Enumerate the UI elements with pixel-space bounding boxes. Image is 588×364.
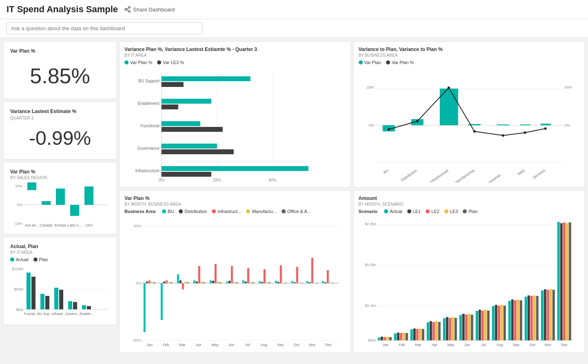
svg-rect-55 (162, 166, 308, 171)
svg-rect-136 (280, 265, 282, 283)
svg-rect-221 (530, 296, 533, 340)
svg-rect-94 (144, 283, 146, 332)
share-label: Share Dashboard (133, 7, 175, 13)
svg-rect-204 (475, 311, 478, 340)
svg-point-2 (125, 9, 126, 10)
svg-rect-144 (306, 281, 308, 283)
svg-text:Aus an...: Aus an... (24, 223, 39, 227)
svg-rect-223 (536, 296, 538, 340)
svg-rect-24 (27, 273, 31, 309)
actual-plan-card: Actual, Plan BY IT AREA Actual Plan $100… (3, 237, 117, 325)
plan-dot (33, 257, 38, 262)
mid-top-title: Variance Plan %, Variance Lastest Estiam… (124, 47, 346, 52)
svg-text:0%: 0% (564, 123, 570, 127)
svg-text:0M: 0M (368, 123, 374, 127)
right-top-subtitle: BY BUSINESS AREA (359, 53, 580, 58)
qa-bar (0, 19, 588, 38)
svg-rect-193 (438, 322, 440, 340)
svg-rect-103 (171, 282, 173, 283)
svg-text:Manufacturing: Manufacturing (453, 168, 475, 182)
svg-rect-195 (446, 317, 448, 340)
svg-rect-175 (380, 337, 383, 340)
svg-rect-121 (231, 266, 233, 283)
right-bot-subtitle: BY MONTH, SCENARIO (359, 202, 580, 206)
svg-rect-123 (236, 282, 238, 283)
svg-text:Feb: Feb (163, 343, 169, 347)
svg-text:20M: 20M (366, 85, 374, 89)
actual-sc-dot (384, 209, 388, 213)
svg-text:Europe: Europe (54, 223, 66, 227)
svg-text:0%: 0% (17, 203, 22, 207)
legend-title-mid: Business Area (124, 209, 155, 214)
var-plan-region-subtitle: BY SALES REGION (10, 175, 110, 180)
svg-rect-206 (481, 311, 484, 340)
office-dot (282, 209, 286, 213)
svg-rect-197 (451, 317, 454, 340)
svg-rect-151 (327, 270, 329, 283)
qa-input[interactable] (7, 22, 202, 34)
varplan-bar-dot (359, 60, 363, 64)
svg-text:Mar: Mar (179, 343, 186, 347)
svg-rect-27 (45, 296, 49, 309)
svg-text:$0.2bn: $0.2bn (365, 263, 376, 267)
kpi2-card: Variance Lastest Estimate % QUARTER 3 -0… (3, 102, 117, 160)
legend-actual: Actual (10, 257, 29, 262)
svg-text:USA: USA (85, 223, 93, 227)
svg-rect-189 (426, 322, 429, 340)
svg-text:Latin A...: Latin A... (67, 223, 82, 227)
svg-rect-212 (500, 305, 503, 340)
svg-text:Dec: Dec (325, 343, 332, 347)
svg-rect-137 (282, 283, 284, 283)
svg-text:$100M: $100M (12, 267, 23, 271)
svg-rect-224 (541, 291, 543, 340)
svg-rect-184 (410, 329, 413, 340)
svg-rect-141 (296, 267, 298, 283)
svg-rect-174 (377, 337, 380, 340)
svg-line-3 (126, 8, 129, 9)
svg-rect-13 (84, 186, 93, 205)
svg-text:Jun: Jun (228, 343, 234, 347)
svg-rect-153 (332, 283, 334, 283)
svg-rect-50 (162, 104, 178, 109)
dashboard-grid: Var Plan % 5.85% Variance Lastest Estima… (0, 38, 588, 356)
svg-text:Jan: Jan (382, 343, 388, 347)
svg-rect-110 (196, 282, 198, 283)
svg-text:Jul: Jul (245, 343, 250, 347)
svg-point-75 (416, 120, 418, 122)
legend-title-right: Scenario (359, 209, 377, 214)
svg-text:Aug: Aug (496, 343, 503, 347)
svg-text:Dec: Dec (561, 343, 568, 347)
svg-rect-152 (329, 283, 331, 283)
svg-rect-108 (187, 282, 189, 283)
svg-point-79 (524, 131, 526, 134)
svg-rect-187 (419, 328, 421, 340)
svg-text:Jul: Jul (481, 343, 486, 347)
svg-point-1 (129, 11, 130, 12)
var-plan-region-card: Var Plan % BY SALES REGION 10% 0% -10% (3, 162, 117, 234)
svg-rect-211 (497, 306, 500, 340)
infra-dot (212, 209, 216, 213)
svg-text:-50%: -50% (133, 338, 141, 342)
svg-point-74 (387, 128, 390, 131)
svg-text:May: May (211, 343, 219, 347)
actual-plan-subtitle: BY IT AREA (10, 250, 110, 255)
actual-label: Actual (16, 257, 29, 262)
svg-text:Functio...: Functio... (24, 312, 38, 316)
right-top-chart: 20M 0M 50% 0% (359, 68, 580, 182)
svg-text:$0bn: $0bn (368, 338, 376, 342)
svg-text:50%: 50% (134, 224, 141, 228)
page-header: IT Spend Analysis Sample Share Dashboard (0, 0, 588, 19)
svg-rect-213 (503, 306, 506, 340)
kpi1-label: Var Plan % (10, 48, 110, 54)
svg-rect-208 (487, 311, 489, 340)
page-title: IT Spend Analysis Sample (7, 4, 118, 15)
svg-text:Feb: Feb (398, 343, 405, 347)
svg-rect-231 (563, 222, 565, 340)
svg-text:Nov: Nov (309, 343, 316, 347)
svg-rect-220 (527, 295, 530, 340)
svg-point-76 (447, 87, 450, 89)
dist-dot (179, 209, 183, 213)
share-dashboard-button[interactable]: Share Dashboard (124, 6, 175, 13)
svg-rect-143 (301, 283, 303, 283)
svg-text:$0.1bn: $0.1bn (365, 304, 376, 308)
